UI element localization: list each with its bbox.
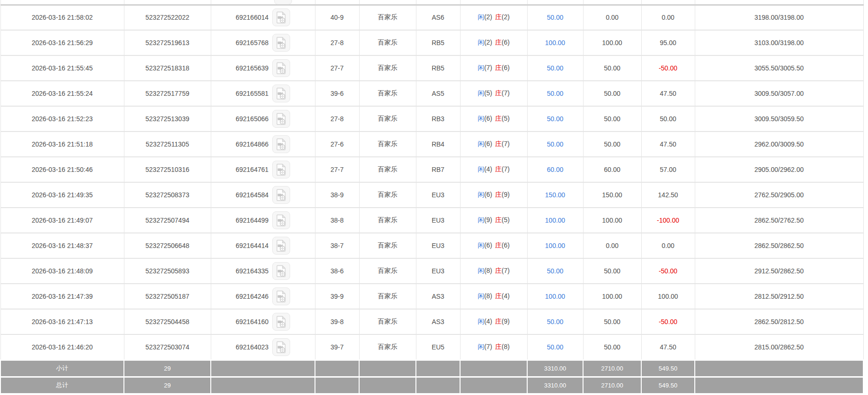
bet-amount-cell: 150.00: [527, 182, 583, 208]
video-replay-icon[interactable]: [272, 313, 290, 331]
player-score: (8): [484, 267, 492, 274]
table-code-cell: AS5: [416, 81, 460, 106]
banker-score: (7): [502, 89, 510, 97]
table-code-cell: RB7: [416, 157, 460, 182]
result-cell: 闲(8)庄(4): [460, 284, 527, 309]
order-id-cell: 523272513039: [124, 106, 211, 132]
bet-amount-link[interactable]: 50.00: [547, 140, 563, 148]
result-cell: 闲(8)庄(7): [460, 258, 527, 284]
game-id: 692164414: [236, 242, 269, 249]
banker-score: (6): [502, 39, 510, 46]
bet-amount-cell: 100.00: [527, 208, 583, 233]
game-id-cell: 692164335: [211, 258, 315, 284]
bet-history-page: 2026-03-16 21:58:02 523272522022 6921660…: [0, 0, 868, 395]
game-name-cell: 百家乐: [359, 5, 416, 30]
total-win-loss: 549.50: [641, 377, 695, 394]
table-code-cell: RB5: [416, 30, 460, 55]
game-id-cell: 692166014: [211, 5, 315, 30]
video-replay-icon[interactable]: [272, 262, 290, 280]
subtotal-count: 29: [124, 360, 211, 377]
order-id-cell: 523272506648: [124, 233, 211, 258]
game-name-cell: 百家乐: [359, 55, 416, 81]
table-row: 2026-03-16 21:55:45 523272518318 6921656…: [0, 55, 863, 81]
table-row: 2026-03-16 21:49:35 523272508373 6921645…: [0, 182, 863, 208]
bet-amount-link[interactable]: 50.00: [547, 90, 563, 97]
game-id: 692164584: [236, 191, 269, 199]
game-name-cell: 百家乐: [359, 182, 416, 208]
result-cell: 闲(9)庄(5): [460, 208, 527, 233]
game-id: 692164866: [236, 140, 269, 148]
win-loss-cell: -100.00: [641, 208, 695, 233]
bet-amount-link[interactable]: 100.00: [545, 293, 565, 300]
video-replay-icon[interactable]: [272, 34, 290, 52]
bet-amount-link[interactable]: 50.00: [547, 115, 563, 123]
round-cell: 27-8: [315, 30, 359, 55]
bet-amount-link[interactable]: 60.00: [547, 166, 563, 173]
clipped-cell: [527, 0, 583, 5]
table-code-cell: EU3: [416, 233, 460, 258]
banker-label: 庄: [495, 191, 502, 198]
result-cell: 闲(7)庄(8): [460, 334, 527, 360]
video-replay-icon[interactable]: [272, 59, 290, 77]
win-loss-cell: 50.00: [641, 106, 695, 132]
table-code-cell: RB3: [416, 106, 460, 132]
bet-amount-link[interactable]: 100.00: [545, 242, 565, 249]
bet-amount-link[interactable]: 100.00: [545, 39, 565, 46]
video-replay-icon[interactable]: [272, 287, 290, 305]
round-cell: 39-8: [315, 309, 359, 334]
bet-amount-link[interactable]: 150.00: [545, 191, 565, 199]
video-replay-icon[interactable]: [272, 237, 290, 255]
round-cell: 38-7: [315, 233, 359, 258]
round-cell: 38-9: [315, 182, 359, 208]
subtotal-valid: 2710.00: [583, 360, 641, 377]
valid-amount-cell: 50.00: [583, 106, 641, 132]
order-id-cell: 523272504458: [124, 309, 211, 334]
clipped-cell: [416, 0, 460, 5]
video-replay-icon[interactable]: [274, 0, 292, 5]
round-cell: 27-7: [315, 157, 359, 182]
game-name-cell: 百家乐: [359, 30, 416, 55]
result-cell: 闲(6)庄(5): [460, 106, 527, 132]
banker-score: (8): [502, 343, 510, 350]
order-id-cell: 523272505893: [124, 258, 211, 284]
round-cell: 39-7: [315, 334, 359, 360]
win-loss-cell: 47.50: [641, 81, 695, 106]
video-replay-icon[interactable]: [272, 161, 290, 178]
video-replay-icon[interactable]: [272, 186, 290, 204]
order-id-cell: 523272511305: [124, 132, 211, 157]
result-cell: 闲(2)庄(2): [460, 5, 527, 30]
bet-amount-link[interactable]: 50.00: [547, 64, 563, 72]
bet-amount-link[interactable]: 50.00: [547, 267, 563, 275]
table-row: 2026-03-16 21:58:02 523272522022 6921660…: [0, 5, 863, 30]
bet-amount-link[interactable]: 50.00: [547, 14, 563, 21]
result-cell: 闲(2)庄(6): [460, 30, 527, 55]
bet-amount-link[interactable]: 50.00: [547, 318, 563, 325]
round-cell: 27-6: [315, 132, 359, 157]
bet-amount-cell: 100.00: [527, 30, 583, 55]
round-cell: 27-8: [315, 106, 359, 132]
table-row: 2026-03-16 21:56:29 523272519613 6921657…: [0, 30, 863, 55]
bet-amount-link[interactable]: 100.00: [545, 217, 565, 224]
table-body: 2026-03-16 21:58:02 523272522022 6921660…: [0, 0, 863, 394]
video-replay-icon[interactable]: [272, 85, 290, 102]
video-replay-icon[interactable]: [272, 8, 290, 26]
valid-amount-cell: 0.00: [583, 233, 641, 258]
result-cell: 闲(5)庄(7): [460, 81, 527, 106]
balance-cell: 2912.50/2862.50: [695, 258, 863, 284]
game-id-cell: 692165639: [211, 55, 315, 81]
video-replay-icon[interactable]: [272, 110, 290, 128]
game-id-cell: 692164246: [211, 284, 315, 309]
game-id: 692166014: [236, 14, 269, 21]
table-row: 2026-03-16 21:51:18 523272511305 6921648…: [0, 132, 863, 157]
video-replay-icon[interactable]: [272, 211, 290, 229]
result-cell: 闲(7)庄(6): [460, 55, 527, 81]
banker-label: 庄: [495, 89, 502, 97]
balance-cell: 2815.00/2862.50: [695, 334, 863, 360]
banker-label: 庄: [495, 140, 502, 147]
video-replay-icon[interactable]: [272, 338, 290, 356]
valid-amount-cell: 50.00: [583, 309, 641, 334]
video-replay-icon[interactable]: [272, 135, 290, 153]
valid-amount-cell: 60.00: [583, 157, 641, 182]
bet-amount-link[interactable]: 50.00: [547, 343, 563, 351]
banker-score: (7): [502, 140, 510, 147]
